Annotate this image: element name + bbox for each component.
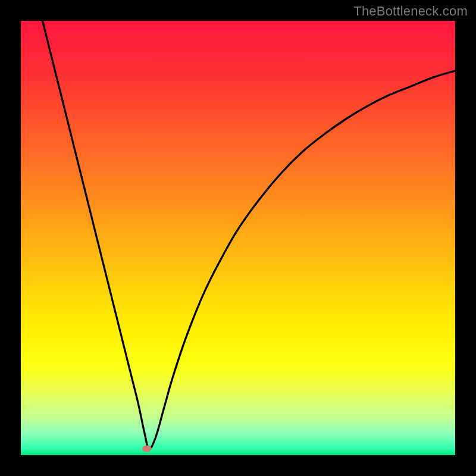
curve-layer <box>21 21 455 455</box>
chart-frame: TheBottleneck.com <box>0 0 476 476</box>
watermark-text: TheBottleneck.com <box>353 4 468 19</box>
plot-area <box>21 21 455 455</box>
bottleneck-curve <box>43 21 456 449</box>
minimum-marker <box>142 446 152 452</box>
